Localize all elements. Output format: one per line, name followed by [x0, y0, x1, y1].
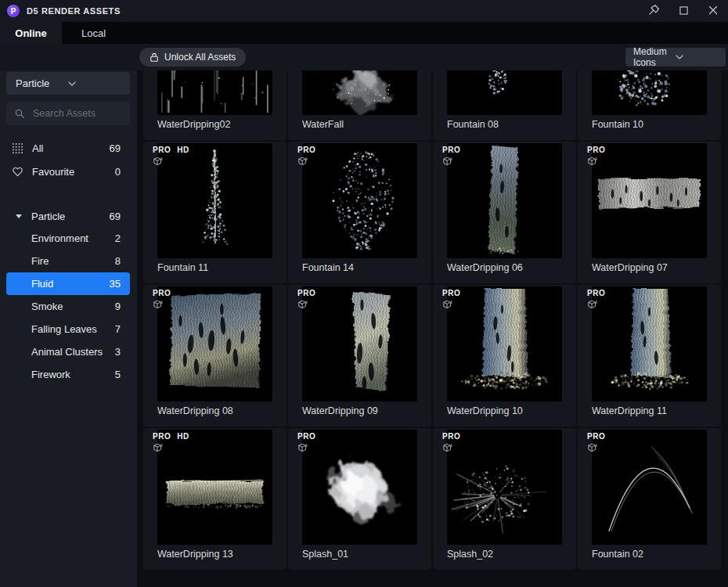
asset-thumbnail: [157, 286, 272, 402]
asset-thumbnail: [447, 286, 562, 402]
asset-card[interactable]: PROWaterDripping 08: [143, 285, 287, 427]
item-count: 69: [110, 211, 121, 222]
badge-row: PRO: [587, 146, 605, 154]
asset-name: WaterDripping 09: [302, 405, 378, 416]
asset-card[interactable]: PROFountain 02: [578, 428, 721, 570]
search-input[interactable]: [31, 107, 122, 120]
heart-icon: [11, 166, 24, 178]
asset-card[interactable]: PROSplash_02: [433, 428, 576, 570]
pro-badge: PRO: [153, 432, 171, 441]
pin-icon: [648, 4, 660, 19]
item-count: 9: [115, 301, 121, 312]
tree-item-animal-clusters[interactable]: Animal Clusters3: [6, 340, 130, 363]
sidebar-item-favourite[interactable]: Favourite0: [6, 160, 130, 183]
tree-item-falling-leaves[interactable]: Falling Leaves7: [6, 318, 130, 340]
asset-thumbnail: [157, 143, 272, 258]
asset-card[interactable]: PROWaterDripping 11: [578, 285, 721, 427]
icon-size-dropdown[interactable]: Medium Icons: [625, 48, 726, 67]
asset-name: Fountain 14: [302, 262, 354, 273]
search-icon: [14, 108, 25, 119]
tree-item-firework[interactable]: Firework5: [6, 363, 130, 386]
sidebar-item-all[interactable]: All69: [6, 136, 130, 160]
particle-asset-icon: [442, 443, 453, 453]
asset-card[interactable]: PROWaterDripping 09: [288, 285, 431, 427]
tree-item-label: Falling Leaves: [31, 323, 115, 335]
badge-row: PRO: [587, 432, 605, 441]
item-count: 35: [110, 278, 121, 290]
asset-card[interactable]: PROWaterDripping 10: [433, 285, 576, 427]
category-dropdown[interactable]: Particle: [6, 72, 130, 95]
pro-badge: PRO: [297, 146, 315, 154]
asset-name: WaterDripping 13: [157, 549, 233, 560]
caret-down-icon: [16, 214, 22, 218]
grid-dots-icon: [11, 142, 24, 154]
asset-thumbnail: [302, 286, 417, 402]
asset-name: Fountain 02: [592, 549, 643, 560]
asset-name: WaterDripping 11: [592, 405, 667, 416]
asset-card[interactable]: WaterDripping02: [143, 70, 287, 140]
asset-card[interactable]: PROWaterDripping 07: [578, 142, 721, 283]
asset-thumbnail: [157, 70, 272, 115]
particle-asset-icon: [153, 443, 164, 453]
asset-name: WaterDripping 06: [447, 262, 523, 273]
asset-name: WaterDripping 07: [592, 262, 668, 273]
tree-item-particle-root[interactable]: Particle69: [6, 205, 130, 227]
asset-name: WaterDripping02: [157, 119, 230, 130]
close-button[interactable]: [698, 0, 728, 22]
particle-asset-icon: [587, 300, 598, 310]
tree-item-fire[interactable]: Fire8: [6, 250, 130, 272]
toolbar: Unlock All Assets Medium Icons: [0, 44, 728, 70]
hd-badge: HD: [177, 432, 189, 441]
asset-thumbnail: [302, 430, 417, 545]
asset-thumbnail: [592, 70, 707, 115]
asset-thumbnail: [157, 430, 272, 545]
particle-asset-icon: [153, 157, 164, 167]
tree-item-label: Fluid: [31, 278, 110, 290]
badge-row: PROHD: [153, 432, 189, 441]
asset-thumbnail: [592, 430, 707, 545]
asset-card[interactable]: PROFountain 14: [288, 142, 431, 283]
tree-item-label: Firework: [31, 369, 115, 380]
tab-local[interactable]: Local: [62, 22, 125, 44]
d5-render-assets-window: P D5 RENDER ASSETS Online Local Unlock A…: [0, 0, 728, 587]
asset-card[interactable]: PROWaterDripping 06: [433, 142, 576, 283]
maximize-button[interactable]: [669, 0, 698, 22]
close-icon: [708, 4, 718, 18]
unlock-all-assets-button[interactable]: Unlock All Assets: [139, 48, 246, 67]
pro-badge: PRO: [153, 146, 171, 154]
tree-item-environment[interactable]: Environment2: [6, 227, 130, 250]
unlock-button-label: Unlock All Assets: [164, 52, 236, 63]
asset-name: Fountain 11: [157, 262, 208, 273]
asset-card[interactable]: Fountain 08: [433, 70, 576, 140]
asset-name: WaterFall: [302, 119, 344, 130]
window-controls: [639, 0, 728, 22]
particle-asset-icon: [587, 443, 598, 453]
tree-item-fluid[interactable]: Fluid35: [6, 272, 130, 295]
tree-item-label: Animal Clusters: [31, 346, 115, 358]
pin-button[interactable]: [639, 0, 669, 22]
chevron-down-icon: [68, 81, 121, 86]
asset-grid-viewport[interactable]: WaterDripping02WaterFallFountain 08Fount…: [137, 70, 728, 587]
hd-badge: HD: [177, 146, 189, 154]
maximize-icon: [679, 4, 688, 18]
tree-item-smoke[interactable]: Smoke9: [6, 295, 130, 318]
badge-row: PRO: [442, 432, 460, 441]
asset-card[interactable]: Fountain 10: [578, 70, 721, 140]
asset-card[interactable]: PROHDWaterDripping 13: [143, 428, 287, 570]
icon-size-value: Medium Icons: [633, 46, 676, 68]
asset-name: Splash_01: [302, 549, 348, 560]
item-count: 5: [115, 369, 121, 380]
item-count: 3: [115, 346, 121, 358]
asset-card[interactable]: PROHDFountain 11: [143, 142, 287, 283]
tab-online[interactable]: Online: [0, 22, 62, 44]
item-count: 0: [115, 166, 121, 178]
badge-row: PRO: [297, 432, 315, 441]
badge-row: PRO: [297, 146, 315, 154]
asset-card[interactable]: PROSplash_01: [288, 428, 431, 570]
item-count: 8: [115, 255, 121, 267]
asset-card[interactable]: WaterFall: [288, 70, 431, 140]
pro-badge: PRO: [442, 432, 460, 441]
item-count: 69: [110, 142, 121, 154]
asset-name: Splash_02: [447, 549, 493, 560]
tree-item-label: Smoke: [31, 301, 115, 312]
